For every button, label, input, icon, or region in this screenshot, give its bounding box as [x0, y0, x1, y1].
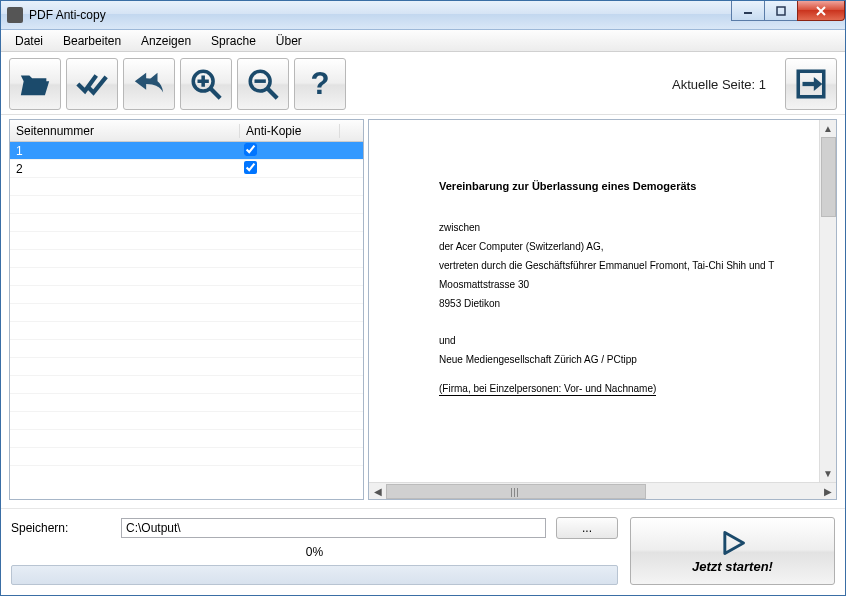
scroll-right-icon[interactable]: ▶ — [819, 484, 836, 499]
save-label: Speichern: — [11, 521, 111, 535]
doc-line: und — [439, 335, 787, 346]
col-page[interactable]: Seitennummer — [10, 124, 240, 138]
menu-sprache[interactable]: Sprache — [201, 32, 266, 50]
cell-page: 1 — [10, 144, 240, 158]
window-title: PDF Anti-copy — [29, 8, 106, 22]
close-icon — [815, 6, 827, 16]
open-button[interactable] — [9, 58, 61, 110]
menu-datei[interactable]: Datei — [5, 32, 53, 50]
open-folder-icon — [18, 67, 52, 101]
close-button[interactable] — [797, 1, 845, 21]
undo-icon — [132, 67, 166, 101]
svg-rect-1 — [777, 7, 785, 15]
svg-rect-0 — [744, 12, 752, 14]
scroll-up-icon[interactable]: ▲ — [821, 120, 836, 137]
page-table: Seitennummer Anti-Kopie 12 — [9, 119, 364, 500]
table-row[interactable]: 2 — [10, 160, 363, 178]
scroll-down-icon[interactable]: ▼ — [821, 465, 836, 482]
preview-pane: Vereinbarung zur Überlassung eines Demog… — [368, 119, 837, 500]
doc-line: vertreten durch die Geschäftsführer Emma… — [439, 260, 787, 271]
doc-line: zwischen — [439, 222, 787, 233]
menu-bearbeiten[interactable]: Bearbeiten — [53, 32, 131, 50]
minimize-button[interactable] — [731, 1, 765, 21]
scroll-left-icon[interactable]: ◀ — [369, 484, 386, 499]
menu-ueber[interactable]: Über — [266, 32, 312, 50]
table-row-empty — [10, 322, 363, 340]
doc-line: Moosmattstrasse 30 — [439, 279, 787, 290]
zoom-out-icon — [246, 67, 280, 101]
table-row-empty — [10, 394, 363, 412]
table-row-empty — [10, 178, 363, 196]
help-button[interactable]: ? — [294, 58, 346, 110]
start-button[interactable]: Jetzt starten! — [630, 517, 835, 585]
preview-content: Vereinbarung zur Überlassung eines Demog… — [369, 120, 819, 482]
svg-text:?: ? — [310, 67, 329, 101]
menu-anzeigen[interactable]: Anzeigen — [131, 32, 201, 50]
doc-title: Vereinbarung zur Überlassung eines Demog… — [439, 180, 787, 192]
table-row-empty — [10, 286, 363, 304]
export-button[interactable] — [785, 58, 837, 110]
app-icon — [7, 7, 23, 23]
titlebar: PDF Anti-copy — [1, 1, 845, 30]
start-button-label: Jetzt starten! — [692, 559, 773, 574]
table-row-empty — [10, 412, 363, 430]
table-body: 12 — [10, 142, 363, 499]
table-row-empty — [10, 232, 363, 250]
export-icon — [794, 67, 828, 101]
browse-button[interactable]: ... — [556, 517, 618, 539]
scrollbar-horizontal[interactable]: ◀ ▶ — [369, 482, 836, 499]
table-row-empty — [10, 214, 363, 232]
progress-bar — [11, 565, 618, 585]
anti-copy-checkbox[interactable] — [244, 143, 257, 156]
menubar: Datei Bearbeiten Anzeigen Sprache Über — [1, 30, 845, 52]
table-header: Seitennummer Anti-Kopie — [10, 120, 363, 142]
table-row-empty — [10, 430, 363, 448]
cell-page: 2 — [10, 162, 240, 176]
doc-line: (Firma, bei Einzelpersonen: Vor- und Nac… — [439, 383, 656, 396]
doc-line: der Acer Computer (Switzerland) AG, — [439, 241, 787, 252]
minimize-icon — [743, 6, 753, 16]
cell-anti — [240, 143, 340, 159]
cell-anti — [240, 161, 340, 177]
scroll-thumb[interactable] — [821, 137, 836, 217]
window-controls — [732, 1, 845, 21]
table-row-empty — [10, 358, 363, 376]
table-row-empty — [10, 250, 363, 268]
zoom-in-icon — [189, 67, 223, 101]
table-row-empty — [10, 196, 363, 214]
table-row-empty — [10, 448, 363, 466]
progress-label: 0% — [11, 545, 618, 559]
table-row-empty — [10, 304, 363, 322]
play-icon — [719, 529, 747, 557]
table-row-empty — [10, 268, 363, 286]
scrollbar-vertical[interactable]: ▲ ▼ — [819, 120, 836, 482]
toolbar: ? Aktuelle Seite: 1 — [1, 52, 845, 115]
check-all-button[interactable] — [66, 58, 118, 110]
current-page-label: Aktuelle Seite: 1 — [672, 77, 766, 92]
help-icon: ? — [303, 67, 337, 101]
maximize-icon — [776, 6, 786, 16]
table-row-empty — [10, 340, 363, 358]
maximize-button[interactable] — [764, 1, 798, 21]
undo-button[interactable] — [123, 58, 175, 110]
table-row-empty — [10, 376, 363, 394]
col-anti[interactable]: Anti-Kopie — [240, 124, 340, 138]
doc-line: 8953 Dietikon — [439, 298, 787, 309]
table-row[interactable]: 1 — [10, 142, 363, 160]
zoom-in-button[interactable] — [180, 58, 232, 110]
anti-copy-checkbox[interactable] — [244, 161, 257, 174]
check-all-icon — [75, 67, 109, 101]
output-path-input[interactable] — [121, 518, 546, 538]
scroll-thumb[interactable] — [386, 484, 646, 499]
zoom-out-button[interactable] — [237, 58, 289, 110]
doc-line: Neue Mediengesellschaft Zürich AG / PCti… — [439, 354, 787, 365]
